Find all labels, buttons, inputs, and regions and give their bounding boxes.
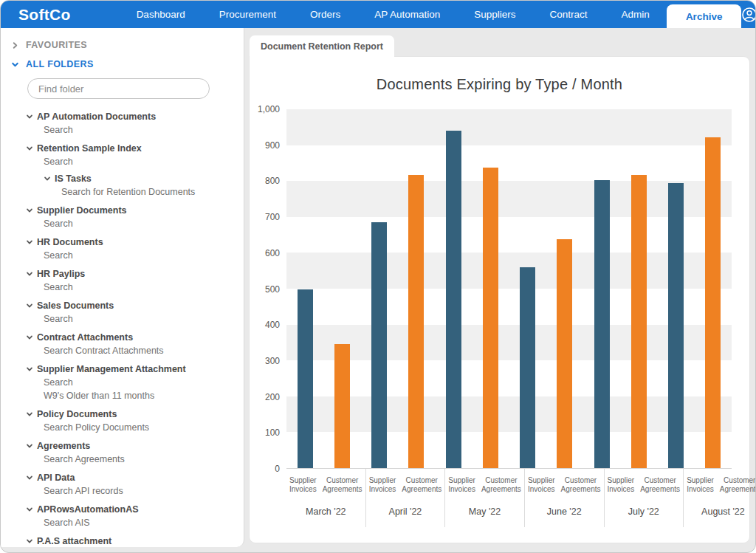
bar-supplier-invoices-april-22[interactable] xyxy=(371,222,387,468)
bar-slot xyxy=(435,109,472,468)
month-label-april-22: April '22 xyxy=(366,506,445,517)
series-labels: Supplier InvoicesCustomer Agreements xyxy=(684,476,756,494)
folder-item-supplier-management-attachment[interactable]: Supplier Management Attachment xyxy=(1,363,244,376)
bar-customer-agreements-june-22[interactable] xyxy=(557,239,572,468)
chart-title: Documents Expiring by Type / Month xyxy=(250,57,749,109)
tree-item-label: Search xyxy=(44,218,73,230)
folder-item-aprowsautomationas[interactable]: APRowsAutomationAS xyxy=(1,503,244,516)
nav-item-orders[interactable]: Orders xyxy=(293,1,357,28)
bar-supplier-invoices-june-22[interactable] xyxy=(520,267,535,468)
tree-link-search[interactable]: Search xyxy=(1,376,244,389)
nav-item-admin[interactable]: Admin xyxy=(605,1,667,28)
tree-link-search-agreements[interactable]: Search Agreements xyxy=(1,453,244,466)
series-label-customer-agreements: Customer Agreements xyxy=(478,476,524,494)
app-logo[interactable]: SoftCo xyxy=(18,6,71,24)
month-label-may-22: May '22 xyxy=(445,506,524,517)
nav-item-suppliers[interactable]: Suppliers xyxy=(457,1,532,28)
content-area: FAVOURITES ALL FOLDERS AP Automation Doc… xyxy=(1,28,755,552)
tree-link-search[interactable]: Search xyxy=(1,249,244,262)
sidebar: FAVOURITES ALL FOLDERS AP Automation Doc… xyxy=(1,28,244,547)
x-group-august-22: Supplier InvoicesCustomer AgreementsAugu… xyxy=(683,469,756,527)
tree-link-search-api-records[interactable]: Search API records xyxy=(1,484,244,498)
bar-slot xyxy=(286,109,323,468)
bar-slot xyxy=(658,109,695,468)
tree-item-label: Search xyxy=(44,124,73,136)
bar-customer-agreements-august-22[interactable] xyxy=(705,137,721,468)
bar-customer-agreements-may-22[interactable] xyxy=(483,168,498,468)
folder-item-hr-paylips[interactable]: HR Paylips xyxy=(1,267,244,281)
folder-item-sales-documents[interactable]: Sales Documents xyxy=(1,299,244,312)
chevron-down-icon xyxy=(44,175,51,182)
folder-item-ap-automation-documents[interactable]: AP Automation Documents xyxy=(1,110,244,123)
nav-menu: DashboardProcurementOrdersAP AutomationS… xyxy=(120,1,742,28)
tree-item-label: Search Agreements xyxy=(44,453,125,465)
bar-customer-agreements-april-22[interactable] xyxy=(408,175,424,468)
folder-item-hr-documents[interactable]: HR Documents xyxy=(1,236,244,249)
tree-link-search[interactable]: Search xyxy=(1,123,244,137)
folder-item-agreements[interactable]: Agreements xyxy=(1,439,244,453)
chevron-down-icon xyxy=(26,145,33,152)
nav-item-dashboard[interactable]: Dashboard xyxy=(120,1,202,28)
y-tick-label: 0 xyxy=(250,464,280,474)
series-label-customer-agreements: Customer Agreements xyxy=(717,476,756,494)
tree-link-w9-s-older-than-11-months[interactable]: W9's Older than 11 months xyxy=(1,389,244,402)
find-folder-input[interactable] xyxy=(27,78,210,99)
chevron-down-icon xyxy=(26,506,33,513)
nav-item-contract[interactable]: Contract xyxy=(533,1,605,28)
tree-link-search[interactable]: Search xyxy=(1,155,244,168)
plot-column: Supplier InvoicesCustomer AgreementsMarc… xyxy=(286,109,732,527)
tree-item-label: IS Tasks xyxy=(55,173,92,185)
chevron-down-icon xyxy=(26,537,33,545)
series-labels: Supplier InvoicesCustomer Agreements xyxy=(286,476,365,494)
series-label-customer-agreements: Customer Agreements xyxy=(637,476,683,494)
bar-group-april-22 xyxy=(361,109,436,468)
folder-item-is-tasks[interactable]: IS Tasks xyxy=(1,172,244,185)
series-label-supplier-invoices: Supplier Invoices xyxy=(684,476,717,494)
folder-item-policy-documents[interactable]: Policy Documents xyxy=(1,408,244,421)
bar-supplier-invoices-may-22[interactable] xyxy=(446,131,461,468)
folder-item-supplier-documents[interactable]: Supplier Documents xyxy=(1,204,244,217)
nav-right-icons xyxy=(741,7,756,23)
y-tick-label: 100 xyxy=(250,427,280,438)
series-label-supplier-invoices: Supplier Invoices xyxy=(366,476,399,494)
tab-document-retention-report[interactable]: Document Retention Report xyxy=(250,35,394,57)
folder-item-api-data[interactable]: API Data xyxy=(1,471,244,484)
chart-plot xyxy=(286,109,732,469)
bar-slot xyxy=(620,109,657,468)
folder-item-contract-attachments[interactable]: Contract Attachments xyxy=(1,331,244,344)
nav-item-ap-automation[interactable]: AP Automation xyxy=(357,1,457,28)
bar-chart: 1,0009008007006005004003002001000 Suppli… xyxy=(250,109,749,527)
find-folder-wrap xyxy=(1,74,244,105)
sidebar-section-favourites[interactable]: FAVOURITES xyxy=(1,35,244,55)
tree-link-search[interactable]: Search xyxy=(1,312,244,326)
sidebar-section-all-folders[interactable]: ALL FOLDERS xyxy=(1,55,244,74)
nav-item-procurement[interactable]: Procurement xyxy=(202,1,293,28)
account-icon[interactable] xyxy=(741,7,756,23)
x-group-april-22: Supplier InvoicesCustomer AgreementsApri… xyxy=(365,469,445,527)
tree-item-label: Search for Retention Documents xyxy=(61,186,195,198)
bar-customer-agreements-july-22[interactable] xyxy=(631,175,647,468)
tree-link-search-for-retention-documents[interactable]: Search for Retention Documents xyxy=(1,185,244,199)
folder-item-p-a-s-attachment[interactable]: P.A.S attachment xyxy=(1,535,244,547)
tree-item-label: AP Automation Documents xyxy=(37,111,156,123)
tree-link-search[interactable]: Search xyxy=(1,217,244,230)
tree-item-label: Sales Documents xyxy=(37,300,114,312)
chevron-down-icon xyxy=(26,207,33,214)
bar-group-may-22 xyxy=(435,109,509,468)
tree-link-search-policy-documents[interactable]: Search Policy Documents xyxy=(1,421,244,434)
bar-customer-agreements-march-22[interactable] xyxy=(334,344,350,468)
tree-item-label: Search Contract Attachments xyxy=(44,345,164,357)
nav-item-archive[interactable]: Archive xyxy=(667,4,742,28)
tree-item-label: Search xyxy=(44,250,73,261)
tree-link-search[interactable]: Search xyxy=(1,281,244,294)
tree-item-label: Search xyxy=(44,313,73,325)
series-label-customer-agreements: Customer Agreements xyxy=(558,476,604,494)
bar-supplier-invoices-march-22[interactable] xyxy=(298,289,313,468)
folder-item-retention-sample-index[interactable]: Retention Sample Index xyxy=(1,142,244,155)
chevron-down-icon xyxy=(26,334,33,341)
tree-link-search-contract-attachments[interactable]: Search Contract Attachments xyxy=(1,344,244,357)
tree-link-search-ais[interactable]: Search AIS xyxy=(1,516,244,529)
bar-slot xyxy=(583,109,620,468)
bar-supplier-invoices-july-22[interactable] xyxy=(594,180,610,468)
bar-supplier-invoices-august-22[interactable] xyxy=(668,183,684,468)
